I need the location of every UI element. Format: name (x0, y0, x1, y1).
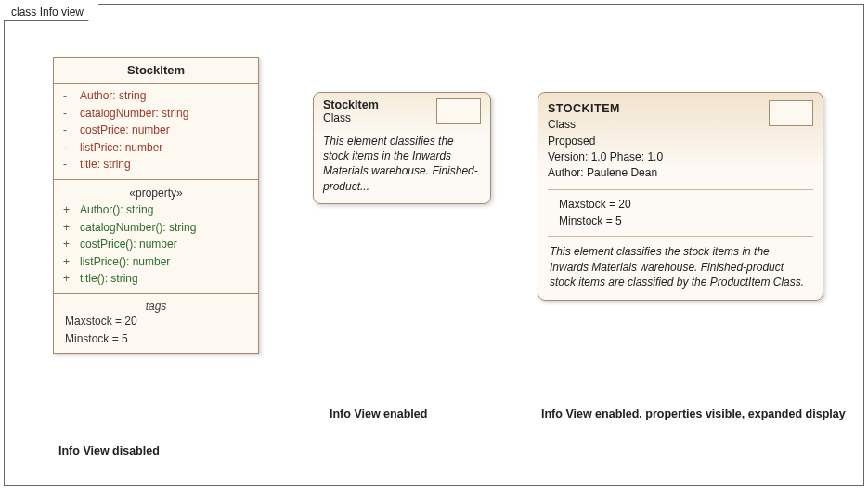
element-swatch-icon (436, 98, 481, 124)
uml-operation: + catalogNumber(): string (63, 219, 249, 237)
info-card-header: StockItem Class (314, 93, 490, 128)
info-card-description: This element classifies the stock items … (314, 128, 490, 203)
uml-attributes: - Author: string - catalogNumber: string… (54, 84, 258, 180)
uml-attribute: - title: string (63, 156, 249, 174)
element-swatch-icon (769, 100, 813, 126)
uml-operation: + title(): string (63, 270, 249, 288)
diagram-frame: class Info view StockItem - Author: stri… (4, 4, 864, 486)
uml-operation: + costPrice(): number (63, 236, 249, 253)
uml-tag: Minstock = 5 (63, 330, 249, 348)
uml-attribute: - listPrice: number (63, 139, 249, 157)
frame-title: class Info view (4, 4, 99, 21)
info-xl-tag: Maxstock = 20 (559, 196, 810, 213)
info-view-card: StockItem Class This element classifies … (313, 92, 491, 204)
uml-tags: tags Maxstock = 20 Minstock = 5 (54, 294, 258, 353)
caption-enabled: Info View enabled (330, 407, 427, 420)
uml-class-stockitem: StockItem - Author: string - catalogNumb… (53, 57, 259, 354)
caption-disabled: Info View disabled (58, 445, 160, 458)
info-xl-version: Version: 1.0 Phase: 1.0 (548, 149, 663, 165)
info-xl-name: STOCKITEM (548, 100, 663, 117)
info-card-name: StockItem (323, 98, 379, 111)
info-xl-description: This element classifies the stock items … (548, 242, 813, 290)
uml-stereotype: «property» (63, 184, 249, 201)
uml-attribute: - Author: string (63, 87, 249, 105)
info-xl-header: STOCKITEM Class Proposed Version: 1.0 Ph… (548, 100, 813, 182)
info-card-type: Class (323, 111, 379, 124)
uml-operation: + Author(): string (63, 201, 249, 219)
info-xl-status: Proposed (548, 134, 663, 149)
info-xl-type: Class (548, 117, 663, 133)
uml-attribute: - costPrice: number (63, 122, 249, 139)
uml-tags-heading: tags (63, 298, 249, 313)
info-xl-tag: Minstock = 5 (559, 213, 810, 230)
info-xl-tags: Maxstock = 20 Minstock = 5 (548, 189, 813, 237)
info-xl-author: Author: Paulene Dean (548, 165, 663, 181)
uml-attribute: - catalogNumber: string (63, 105, 249, 122)
caption-expanded: Info View enabled, properties visible, e… (541, 407, 846, 420)
uml-tag: Maxstock = 20 (63, 313, 249, 330)
uml-operation: + listPrice(): number (63, 253, 249, 271)
info-view-card-expanded: STOCKITEM Class Proposed Version: 1.0 Ph… (538, 92, 823, 301)
uml-class-name: StockItem (54, 58, 258, 84)
uml-operations: «property» + Author(): string + catalogN… (54, 180, 258, 294)
diagram-canvas: StockItem - Author: string - catalogNumb… (21, 36, 847, 469)
